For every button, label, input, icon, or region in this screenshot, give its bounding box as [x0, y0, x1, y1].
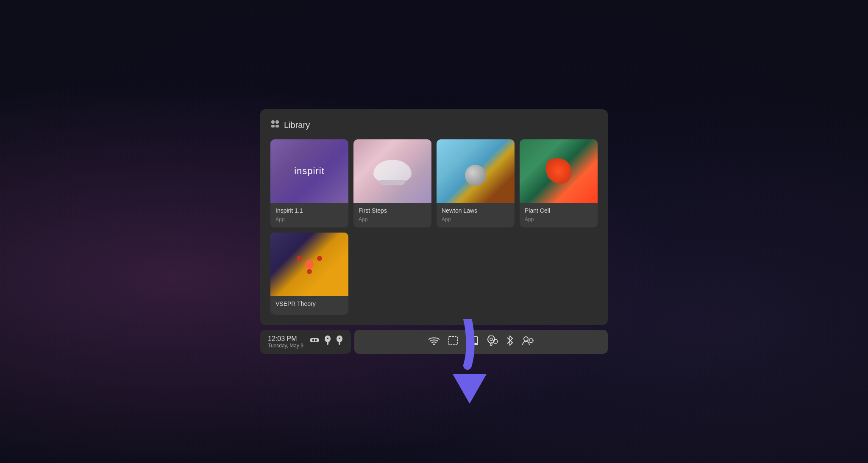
app-card-plant-cell[interactable]: Plant Cell App — [520, 139, 598, 227]
time-block: 12:03 PM Tuesday, May 9 — [268, 335, 303, 349]
library-icon — [270, 119, 280, 131]
apps-grid-row1: inspirit Inspirit 1.1 App First Steps Ap… — [270, 139, 598, 227]
vsepr-name: VSEPR Theory — [275, 300, 343, 307]
inspirit-name: Inspirit 1.1 — [275, 207, 343, 214]
plantcell-type: App — [525, 216, 593, 222]
grid-taskbar-icon[interactable] — [448, 335, 458, 348]
svg-point-0 — [271, 120, 275, 124]
newton-ball — [465, 165, 486, 186]
svg-rect-14 — [449, 336, 457, 345]
inspirit-type: App — [275, 216, 343, 222]
vsepr-info: VSEPR Theory — [270, 296, 348, 315]
svg-rect-6 — [315, 339, 317, 341]
firststeps-info: First Steps App — [353, 203, 431, 227]
svg-rect-3 — [275, 125, 279, 128]
taskbar-right — [354, 330, 608, 354]
inspirit-info: Inspirit 1.1 App — [270, 203, 348, 227]
settings-controller-taskbar-icon[interactable] — [487, 335, 498, 348]
app-card-first-steps[interactable]: First Steps App — [353, 139, 431, 227]
plantcell-thumbnail — [520, 139, 598, 203]
svg-rect-4 — [310, 338, 319, 342]
plantcell-info: Plant Cell App — [520, 203, 598, 227]
date-display: Tuesday, May 9 — [268, 343, 303, 349]
left-controller-taskbar-icon[interactable]: ··· — [324, 335, 331, 348]
newtonlaws-thumbnail — [437, 139, 515, 203]
inspirit-logo-text: inspirit — [294, 166, 325, 177]
svg-rect-11 — [339, 341, 340, 345]
svg-point-12 — [339, 338, 340, 339]
cast-taskbar-icon[interactable] — [467, 336, 479, 348]
newtonlaws-type: App — [442, 216, 509, 222]
apps-grid-row2: VSEPR Theory — [270, 233, 598, 315]
wifi-taskbar-icon[interactable] — [428, 336, 440, 348]
time-display: 12:03 PM — [268, 335, 303, 343]
window-header: Library — [270, 119, 598, 131]
firststeps-name: First Steps — [359, 207, 426, 214]
bluetooth-taskbar-icon[interactable] — [506, 335, 513, 349]
molecule-dot-1 — [297, 256, 302, 261]
svg-rect-2 — [271, 125, 275, 128]
molecule-dot-3 — [307, 269, 312, 274]
vr-headset-taskbar-icon[interactable]: ··· — [309, 337, 320, 347]
vsepr-thumbnail — [270, 233, 348, 296]
app-card-newton-laws[interactable]: Newton Laws App — [437, 139, 515, 227]
vr-headset-shape — [373, 160, 412, 183]
molecule-center — [305, 260, 314, 269]
taskbar-left-icons: ··· ··· — [309, 335, 343, 348]
ctrl-left-dots: ··· — [326, 346, 329, 348]
firststeps-thumbnail — [353, 139, 431, 203]
app-card-vsepr[interactable]: VSEPR Theory — [270, 233, 348, 315]
svg-point-1 — [275, 120, 279, 124]
vr-dots: ··· — [313, 344, 316, 347]
svg-rect-5 — [312, 339, 314, 341]
right-controller-taskbar-icon[interactable]: ··· — [336, 335, 343, 348]
user-settings-taskbar-icon[interactable] — [522, 335, 534, 348]
plantcell-name: Plant Cell — [525, 207, 593, 214]
window-title: Library — [284, 120, 310, 130]
library-window: Library inspirit Inspirit 1.1 App — [260, 109, 608, 325]
molecule-dot-2 — [317, 256, 322, 261]
svg-point-25 — [524, 337, 528, 341]
plant-blob — [546, 158, 571, 184]
taskbar-left: 12:03 PM Tuesday, May 9 ··· — [260, 330, 351, 354]
svg-point-13 — [433, 344, 435, 345]
taskbar: 12:03 PM Tuesday, May 9 ··· — [260, 330, 608, 354]
svg-rect-8 — [327, 341, 328, 345]
firststeps-type: App — [359, 216, 426, 222]
newtonlaws-name: Newton Laws — [442, 207, 509, 214]
svg-point-9 — [327, 338, 328, 339]
ctrl-right-dots: ··· — [338, 346, 341, 348]
inspirit-thumbnail: inspirit — [270, 139, 348, 203]
newtonlaws-info: Newton Laws App — [437, 203, 515, 227]
svg-point-19 — [490, 338, 492, 341]
molecule-shape — [295, 254, 324, 275]
app-card-inspirit[interactable]: inspirit Inspirit 1.1 App — [270, 139, 348, 227]
svg-marker-31 — [453, 374, 487, 404]
